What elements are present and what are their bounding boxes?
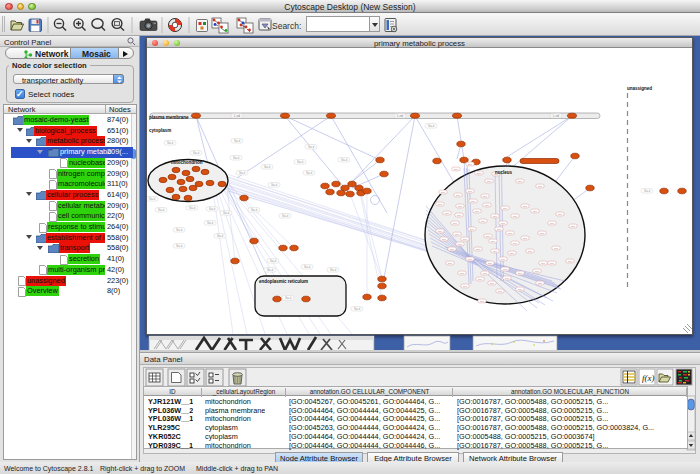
svg-text:Sta-d: Sta-d [209, 207, 216, 211]
svg-text:Sta-d: Sta-d [428, 124, 435, 128]
svg-text:Sta-d: Sta-d [176, 228, 183, 232]
svg-text:Sta-d: Sta-d [304, 265, 311, 269]
svg-text:Sta-d: Sta-d [308, 145, 315, 149]
svg-text:L-nd: L-nd [397, 114, 403, 118]
svg-text:L-nd: L-nd [553, 114, 559, 118]
svg-text:plasma membrane: plasma membrane [149, 115, 189, 120]
svg-text:mitochondrion: mitochondrion [171, 160, 203, 165]
svg-text:Sta-d: Sta-d [233, 156, 240, 160]
svg-text:Sta-d: Sta-d [234, 139, 241, 143]
svg-text:Sta-d: Sta-d [270, 259, 277, 263]
svg-text:Sta-d: Sta-d [189, 206, 196, 210]
svg-text:nucleus: nucleus [495, 170, 513, 175]
svg-text:Sta-d: Sta-d [251, 208, 258, 212]
svg-text:Sta-d: Sta-d [306, 171, 313, 175]
svg-text:Sta-d: Sta-d [223, 211, 230, 215]
svg-text:Sta-d: Sta-d [149, 197, 156, 201]
svg-text:unassigned: unassigned [627, 86, 652, 91]
svg-text:Sta-d: Sta-d [271, 183, 278, 187]
svg-text:Sta-d: Sta-d [193, 151, 200, 155]
svg-text:Sta-d: Sta-d [285, 296, 292, 300]
svg-text:cytoplasm: cytoplasm [149, 128, 171, 133]
svg-text:Sta-d: Sta-d [297, 160, 304, 164]
svg-text:Sta-d: Sta-d [267, 268, 274, 272]
svg-text:Sta-d: Sta-d [330, 268, 337, 272]
svg-text:Sta-d: Sta-d [239, 171, 246, 175]
svg-text:Sta-d: Sta-d [176, 244, 183, 248]
svg-text:Sta-d: Sta-d [644, 189, 651, 193]
svg-text:f(x): f(x) [642, 373, 655, 383]
svg-text:Sta-d: Sta-d [282, 214, 289, 218]
svg-text:Sta-d: Sta-d [207, 221, 214, 225]
svg-text:Sta-d: Sta-d [167, 141, 174, 145]
svg-text:L-nd: L-nd [234, 114, 240, 118]
svg-text:Sta-d: Sta-d [341, 158, 348, 162]
svg-text:endoplasmic reticulum: endoplasmic reticulum [259, 279, 308, 284]
svg-text:Sta-d: Sta-d [217, 234, 224, 238]
svg-text:Sta-d: Sta-d [158, 208, 165, 212]
svg-text:Sta-d: Sta-d [264, 165, 271, 169]
svg-text:Sta-d: Sta-d [354, 307, 361, 311]
